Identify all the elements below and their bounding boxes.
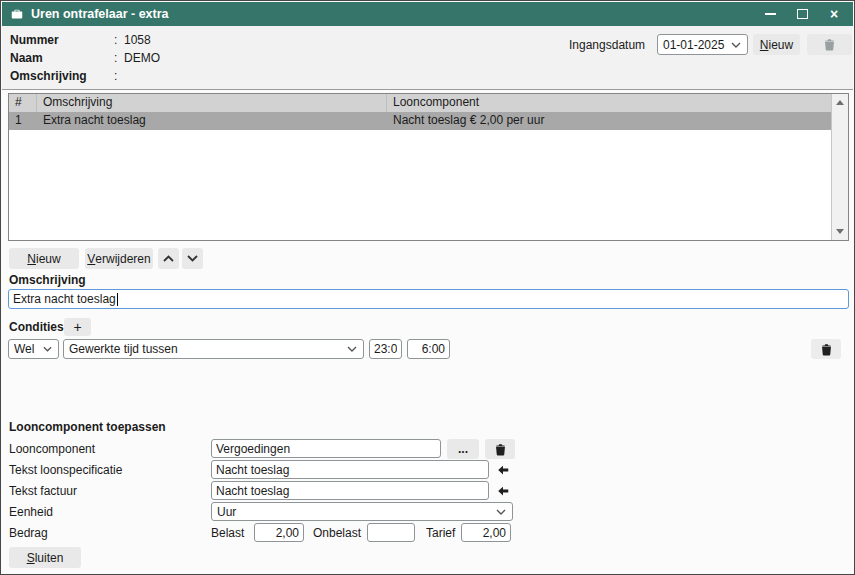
looncomponent-input[interactable] [211,439,441,458]
delete-version-button[interactable] [807,34,852,55]
column-header-num[interactable]: # [9,94,37,112]
titlebar: Uren ontrafelaar - extra × [2,2,853,26]
condities-label: Condities [9,320,64,334]
tarief-input[interactable] [461,523,511,542]
omschrijving-input[interactable]: Extra nacht toeslag [8,289,849,309]
tekst-factuur-input[interactable] [211,481,489,500]
condition-mode-select[interactable]: Wel [8,339,59,359]
naam-value: DEMO [124,50,160,66]
colon: : [114,32,124,48]
field-omschrijving-header: Omschrijving : [10,68,124,84]
verwijderen-row-button[interactable]: Verwijderen [85,248,153,269]
clear-looncomponent-button[interactable] [485,439,515,459]
belast-label: Belast [211,526,244,540]
chevron-down-icon [347,346,357,352]
trash-icon [823,38,836,51]
eenheid-select[interactable]: Uur [211,502,513,521]
condition-type-value: Gewerkte tijd tussen [69,342,347,356]
browse-looncomponent-button[interactable]: ... [447,439,479,459]
ingangsdatum-select[interactable]: 01-01-2025 [657,34,748,55]
field-nummer: Nummer : 1058 [10,32,151,48]
scroll-down-icon[interactable] [836,229,844,234]
window-title: Uren ontrafelaar - extra [31,7,763,21]
minimize-icon [765,13,776,15]
tekst-loonspecificatie-label: Tekst loonspecificatie [9,463,122,477]
table-header-row: # Omschrijving Looncomponent [9,94,831,112]
move-down-button[interactable] [182,248,203,269]
trash-icon [494,443,507,456]
tekst-loonspecificatie-input[interactable] [211,460,489,479]
scroll-up-icon[interactable] [836,100,844,105]
row-omschrijving: Extra nacht toeslag [37,112,387,130]
chevron-down-icon [496,509,506,515]
row-looncomponent: Nacht toeslag € 2,00 per uur [387,112,831,130]
sluiten-button[interactable]: Sluiten [9,547,81,568]
naam-label: Naam [10,50,114,66]
onbelast-label: Onbelast [313,526,361,540]
chevron-down-icon [43,346,52,352]
record-header: Nummer : 1058 Naam : DEMO Omschrijving :… [2,26,853,90]
arrow-left-icon [496,463,510,477]
time-to-input[interactable] [407,339,450,359]
ingangsdatum-value: 01-01-2025 [663,38,731,52]
condition-mode-value: Wel [14,342,43,356]
table-row[interactable]: 1 Extra nacht toeslag Nacht toeslag € 2,… [9,112,831,130]
omschrijving-label: Omschrijving [9,273,86,287]
table-scrollbar[interactable] [831,94,848,240]
time-from-input[interactable] [369,339,402,359]
belast-input[interactable] [254,523,304,542]
column-header-looncomponent[interactable]: Looncomponent [387,94,831,112]
rules-table: # Omschrijving Looncomponent 1 Extra nac… [8,93,849,241]
colon: : [114,68,124,84]
condition-type-select[interactable]: Gewerkte tijd tussen [63,339,364,359]
nieuw-row-button[interactable]: Nieuw [9,248,79,269]
omschrijving-input-value: Extra nacht toeslag [13,292,116,306]
close-button[interactable]: × [827,7,841,21]
move-up-button[interactable] [158,248,179,269]
tekst-factuur-label: Tekst factuur [9,484,77,498]
arrow-left-icon [496,484,510,498]
copy-to-factuur-button[interactable] [493,482,513,500]
row-num: 1 [9,112,37,130]
looncomponent-label: Looncomponent [9,442,95,456]
onbelast-input[interactable] [367,523,415,542]
omschrijving-header-label: Omschrijving [10,68,114,84]
tarief-label: Tarief [426,526,455,540]
field-naam: Naam : DEMO [10,50,160,66]
eenheid-label: Eenheid [9,505,53,519]
app-icon [10,7,24,21]
nummer-label: Nummer [10,32,114,48]
chevron-down-icon [731,42,741,48]
looncomponent-section-heading: Looncomponent toepassen [9,420,166,434]
delete-condition-button[interactable] [811,339,841,359]
add-condition-button[interactable]: + [64,318,91,336]
bedrag-label: Bedrag [9,526,48,540]
close-icon: × [830,7,838,21]
colon: : [114,50,124,66]
column-header-omschrijving[interactable]: Omschrijving [37,94,387,112]
minimize-button[interactable] [763,7,777,21]
maximize-icon [797,9,808,19]
trash-icon [820,343,833,356]
nummer-value: 1058 [124,32,151,48]
nieuw-version-button[interactable]: Nieuw [753,34,800,55]
maximize-button[interactable] [795,7,809,21]
text-caret [117,293,118,306]
eenheid-value: Uur [217,505,496,519]
copy-to-loonspecificatie-button[interactable] [493,461,513,479]
app-window: Uren ontrafelaar - extra × Nummer : 1058… [0,0,855,575]
ingangsdatum-label: Ingangsdatum [569,38,645,52]
